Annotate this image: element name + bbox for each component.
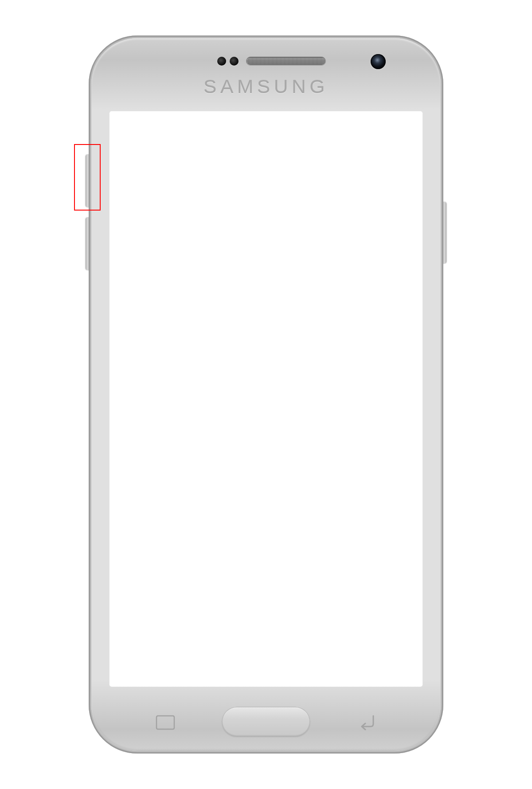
phone-body: SAMSUNG [89,35,443,754]
svg-rect-1 [156,716,174,729]
sensor-dot-icon [217,57,226,66]
phone-device-frame: SAMSUNG [80,35,452,754]
brand-logo: SAMSUNG [80,76,452,98]
earpiece-speaker-icon [246,57,326,66]
recent-apps-button[interactable] [155,715,176,730]
highlight-annotation [74,144,101,211]
sensor-dot-icon [230,57,239,66]
back-button[interactable] [356,715,377,730]
front-camera-icon [371,54,386,69]
svg-rect-0 [156,716,174,729]
proximity-sensors [217,57,239,66]
phone-screen[interactable] [109,111,423,687]
phone-top-bezel: SAMSUNG [89,53,443,106]
home-button[interactable] [222,707,310,737]
